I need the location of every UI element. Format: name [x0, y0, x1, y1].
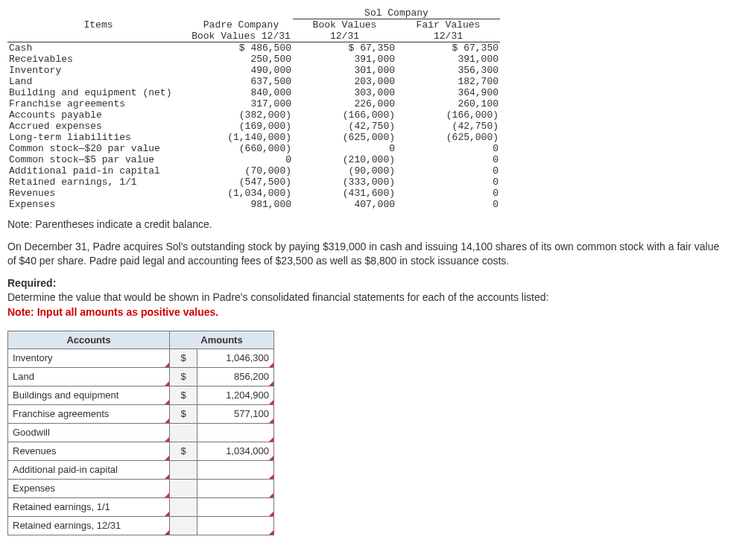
answer-table: Accounts Amounts Inventory$1,046,300Land…	[7, 331, 274, 535]
padre-value: 0	[189, 154, 293, 165]
book-value: (166,000)	[293, 109, 396, 121]
amount-input-cell[interactable]	[197, 479, 274, 497]
account-label-cell[interactable]: Franchise agreements	[8, 404, 170, 423]
padre-value: (382,000)	[189, 109, 293, 121]
padre-value: 840,000	[189, 87, 293, 98]
fair-value: 0	[396, 199, 500, 210]
book-value: (625,000)	[293, 132, 396, 143]
answer-row: Retained earnings, 1/1	[8, 497, 274, 516]
padre-value: 490,000	[189, 65, 293, 76]
table-row: Revenues(1,034,000)(431,600)0	[7, 188, 500, 199]
table-row: Retained earnings, 1/1(547,500)(333,000)…	[7, 176, 500, 188]
scenario-paragraph: On December 31, Padre acquires Sol's out…	[7, 240, 723, 269]
book-value: (333,000)	[293, 176, 396, 188]
book-value: 226,000	[293, 98, 396, 109]
amount-input-cell[interactable]: 856,200	[197, 367, 274, 386]
dollar-sign-cell: $	[170, 442, 197, 460]
table-row: Common stock—$20 par value(660,000)00	[7, 143, 500, 154]
table-row: Franchise agreements317,000226,000260,10…	[7, 98, 500, 109]
item-label: Long-term liabilities	[7, 132, 189, 143]
account-label-cell[interactable]: Revenues	[8, 442, 170, 460]
book-value: 391,000	[293, 54, 396, 65]
padre-value: (1,140,000)	[189, 132, 293, 143]
amount-input-cell[interactable]	[197, 497, 274, 516]
col-fair-line1: Fair Values	[417, 19, 481, 31]
amount-input-cell[interactable]	[197, 460, 274, 479]
account-label-cell[interactable]: Inventory	[8, 349, 170, 367]
answer-header-accounts: Accounts	[8, 331, 170, 349]
dollar-sign-cell	[170, 497, 197, 516]
table-row: Cash$ 486,500$ 67,350$ 67,350	[7, 42, 500, 54]
fair-value: 0	[396, 143, 500, 154]
padre-value: 250,500	[189, 54, 293, 65]
table-row: Long-term liabilities(1,140,000)(625,000…	[7, 132, 500, 143]
item-label: Common stock—$20 par value	[7, 143, 189, 154]
answer-row: Revenues$1,034,000	[8, 442, 274, 460]
table-row: Receivables250,500391,000391,000	[7, 54, 500, 65]
padre-value: (169,000)	[189, 121, 293, 132]
fair-value: 0	[396, 154, 500, 165]
amount-input-cell[interactable]	[197, 423, 274, 442]
table-row: Building and equipment (net)840,000303,0…	[7, 87, 500, 98]
fair-value: 0	[396, 176, 500, 188]
amount-input-cell[interactable]: 1,204,900	[197, 386, 274, 404]
fair-value: $ 67,350	[396, 42, 500, 54]
table-row: Land637,500203,000182,700	[7, 76, 500, 87]
dollar-sign-cell: $	[170, 349, 197, 367]
fair-value: 260,100	[396, 98, 500, 109]
answer-row: Additional paid-in capital	[8, 460, 274, 479]
dollar-sign-cell	[170, 516, 197, 535]
account-label-cell[interactable]: Buildings and equipment	[8, 386, 170, 404]
account-label-cell[interactable]: Additional paid-in capital	[8, 460, 170, 479]
answer-row: Inventory$1,046,300	[8, 349, 274, 367]
item-label: Cash	[7, 42, 189, 54]
item-label: Inventory	[7, 65, 189, 76]
dollar-sign-cell	[170, 423, 197, 442]
col-padre-line2: Book Values 12/31	[192, 31, 291, 42]
padre-value: 637,500	[189, 76, 293, 87]
padre-value: (660,000)	[189, 143, 293, 154]
dollar-sign-cell	[170, 460, 197, 479]
col-items: Items	[7, 19, 189, 42]
answer-row: Expenses	[8, 479, 274, 497]
account-label-cell[interactable]: Retained earnings, 12/31	[8, 516, 170, 535]
table-row: Accounts payable(382,000)(166,000)(166,0…	[7, 109, 500, 121]
padre-value: 981,000	[189, 199, 293, 210]
table-row: Expenses981,000407,0000	[7, 199, 500, 210]
fair-value: 364,900	[396, 87, 500, 98]
book-value: (431,600)	[293, 188, 396, 199]
amount-input-cell[interactable]: 1,034,000	[197, 442, 274, 460]
book-value: 203,000	[293, 76, 396, 87]
amount-input-cell[interactable]: 577,100	[197, 404, 274, 423]
answer-header-amounts: Amounts	[170, 331, 274, 349]
answer-row: Retained earnings, 12/31	[8, 516, 274, 535]
book-value: 0	[293, 143, 396, 154]
amount-input-cell[interactable]	[197, 516, 274, 535]
padre-value: (547,500)	[189, 176, 293, 188]
fair-value: 0	[396, 188, 500, 199]
padre-value: $ 486,500	[189, 42, 293, 54]
account-label-cell[interactable]: Expenses	[8, 479, 170, 497]
fair-value: (166,000)	[396, 109, 500, 121]
note-positive: Note: Input all amounts as positive valu…	[7, 306, 218, 318]
item-label: Land	[7, 76, 189, 87]
answer-row: Goodwill	[8, 423, 274, 442]
padre-value: (1,034,000)	[189, 188, 293, 199]
item-label: Common stock—$5 par value	[7, 154, 189, 165]
account-label-cell[interactable]: Goodwill	[8, 423, 170, 442]
note-parentheses: Note: Parentheses indicate a credit bala…	[7, 217, 723, 232]
dollar-sign-cell: $	[170, 386, 197, 404]
fair-value: 356,300	[396, 65, 500, 76]
answer-row: Buildings and equipment$1,204,900	[8, 386, 274, 404]
book-value: (210,000)	[293, 154, 396, 165]
book-value: 303,000	[293, 87, 396, 98]
item-label: Accounts payable	[7, 109, 189, 121]
item-label: Building and equipment (net)	[7, 87, 189, 98]
item-label: Additional paid-in capital	[7, 165, 189, 176]
fair-value: 182,700	[396, 76, 500, 87]
account-label-cell[interactable]: Retained earnings, 1/1	[8, 497, 170, 516]
fair-value: 391,000	[396, 54, 500, 65]
amount-input-cell[interactable]: 1,046,300	[197, 349, 274, 367]
table-row: Common stock—$5 par value0(210,000)0	[7, 154, 500, 165]
account-label-cell[interactable]: Land	[8, 367, 170, 386]
